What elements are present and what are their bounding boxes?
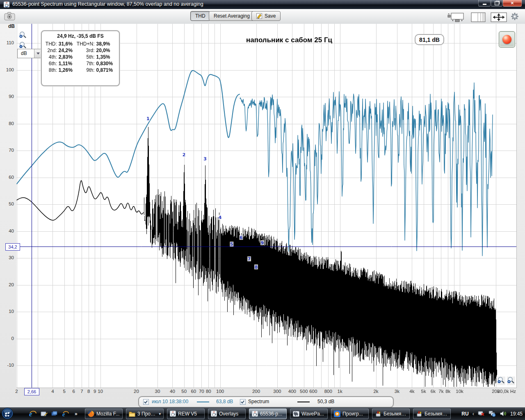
x-axis: 2345678910203040506070801002003004005006… <box>16 388 517 396</box>
taskbar-button-rew-v5[interactable]: REW V5 <box>167 409 205 419</box>
record-icon <box>502 35 511 44</box>
y-tick-label: 70 <box>1 148 14 153</box>
thd-value: 31,6% <box>58 41 76 47</box>
zoom-in-x-icon[interactable] <box>507 377 515 385</box>
thd-table: THD:31,6%THD+N:38,9% 2nd:24,2%3rd:20,0% … <box>45 40 116 74</box>
thd-key: 6th: <box>45 61 58 66</box>
taskbar-button-65536-p-[interactable]: 65536-p... <box>249 409 287 419</box>
x-tick-label: 80 <box>206 389 211 394</box>
maximize-button[interactable] <box>491 0 502 7</box>
minimize-icon <box>483 4 486 5</box>
legend-checkbox-trace1[interactable] <box>143 399 149 405</box>
y-tick-label: 110 <box>1 40 14 45</box>
tray-collapse-chevron[interactable]: ‹ <box>472 411 474 417</box>
legend-name-trace2[interactable]: Spectrum <box>248 399 269 404</box>
flip3d-icon[interactable] <box>51 411 58 417</box>
x-tick-label: 6 <box>73 389 75 394</box>
close-button[interactable]: ✕ <box>503 0 522 7</box>
window-titlebar[interactable]: 65536-point Spectrum using Rectangular w… <box>0 0 525 9</box>
taskbar-button-mozilla-f-[interactable]: Mozilla F... <box>85 409 123 419</box>
thd-button[interactable]: THD <box>190 11 210 21</box>
x-tick-label: 70 <box>199 389 204 394</box>
taskbar: e e » Mozilla F...3 Пров...▾REW V5Overla… <box>0 407 525 420</box>
network-error-icon[interactable] <box>478 411 485 417</box>
language-indicator[interactable]: RU <box>461 411 468 417</box>
taskbar-button-label: Mozilla F... <box>96 411 120 417</box>
window-title: 65536-point Spectrum using Rectangular w… <box>12 1 203 7</box>
x-tick-label: 6k <box>431 389 436 394</box>
y-tick-label: 100 <box>1 67 14 72</box>
pan-axes-icon[interactable] <box>491 12 507 22</box>
record-button[interactable] <box>499 31 515 48</box>
x-tick-label: 5 <box>63 389 65 394</box>
thd-value: 0,830% <box>96 61 116 66</box>
network-status-icon[interactable] <box>488 411 496 417</box>
minimize-button[interactable] <box>478 0 491 7</box>
java-icon <box>252 411 258 417</box>
clock[interactable]: 19:45 <box>510 411 523 417</box>
x-tick-label: 200 <box>252 389 260 394</box>
firefox-icon <box>88 411 94 417</box>
thd-key: 2nd: <box>45 48 58 53</box>
save-button-label: Save <box>265 13 276 19</box>
y-tick-label: 80 <box>1 121 14 126</box>
taskbar-button-overlays[interactable]: Overlays <box>208 409 246 419</box>
taskbar-button-проигр-[interactable]: Проигр... <box>331 409 369 419</box>
taskbar-button-label: 65536-p... <box>260 411 282 417</box>
quick-launch-bar: e e » <box>29 409 77 419</box>
taskbar-button-wavepa-[interactable]: WavePa... <box>290 409 328 419</box>
y-tick-label: -10 <box>1 363 14 368</box>
thd-value: 38,9% <box>96 41 116 47</box>
taskbar-button-безымян-[interactable]: Безымян... <box>413 409 451 419</box>
thd-value: 1,11% <box>58 61 76 66</box>
x-tick-label: 300 <box>273 389 281 394</box>
x-tick-label: 30,0k Hz <box>498 389 516 394</box>
screenshot-camera-icon[interactable] <box>4 11 16 21</box>
player-icon <box>334 411 340 417</box>
taskbar-button-3-пров-[interactable]: 3 Пров...▾ <box>126 409 164 419</box>
taskbar-button-label: Безымян... <box>383 411 407 417</box>
x-tick-label: 3k <box>395 389 399 394</box>
internet-explorer-launch-icon[interactable]: e <box>29 410 37 418</box>
save-button[interactable]: Save <box>251 11 281 21</box>
y-axis: 1101009080706050403020100-10 <box>0 24 16 388</box>
x-tick-label: 800 <box>324 389 332 394</box>
quick-launch-overflow-chevron[interactable]: » <box>75 411 77 417</box>
x-tick-label: 7k <box>438 389 443 394</box>
taskbar-button-label: REW V5 <box>178 411 197 417</box>
start-button[interactable] <box>1 407 14 420</box>
legend-level-trace1: 63,8 dB <box>216 399 233 404</box>
y-tick-label: 60 <box>1 175 14 180</box>
thd-value: 1,35% <box>96 54 116 60</box>
legend-checkbox-trace2[interactable] <box>240 399 246 405</box>
thd-value: 2,83% <box>58 54 76 60</box>
chevron-down-icon <box>34 49 41 58</box>
plot-area: dB 24,9 Hz, -35,5 dB FS THD:31,6%THD+N:3… <box>16 24 517 388</box>
taskbar-button-label: WavePa... <box>301 411 324 417</box>
taskbar-button-безымян-[interactable]: Безымян... <box>372 409 410 419</box>
zoom-in-y-icon[interactable] <box>19 31 27 40</box>
cursor-frequency-box: 2,66 <box>24 388 39 395</box>
frequency-axis-icon[interactable] <box>471 12 486 22</box>
x-tick-label: 2 <box>15 389 18 394</box>
legend-name-trace1[interactable]: июл 10 18:38:00 <box>152 399 188 404</box>
java-icon <box>211 411 217 417</box>
y-tick-label: 20 <box>1 282 14 287</box>
x-tick-label: 60 <box>191 389 196 394</box>
graph-limits-icon[interactable] <box>447 12 465 22</box>
x-tick-label: 500 <box>300 389 308 394</box>
zoom-out-x-icon[interactable] <box>497 377 505 385</box>
db-unit-select[interactable]: dB <box>17 49 42 58</box>
show-desktop-icon[interactable] <box>41 411 48 417</box>
cursor-level-box: 34,2 <box>5 243 20 251</box>
volume-icon[interactable] <box>500 411 507 417</box>
desktop-screen: 65536-point Spectrum using Rectangular w… <box>0 0 525 420</box>
thd-value: 1,26% <box>58 67 76 73</box>
rta-level-badge: 81,1 dB <box>415 34 444 45</box>
x-tick-label: 40 <box>170 389 175 394</box>
settings-gear-icon[interactable] <box>510 12 519 21</box>
reset-averaging-button[interactable]: Reset Averaging <box>209 11 255 21</box>
chevron-down-icon: ▾ <box>159 412 161 416</box>
chart-title: напольник с сабом 25 Гц <box>221 36 357 44</box>
internet-explorer-icon[interactable]: e <box>62 411 69 417</box>
